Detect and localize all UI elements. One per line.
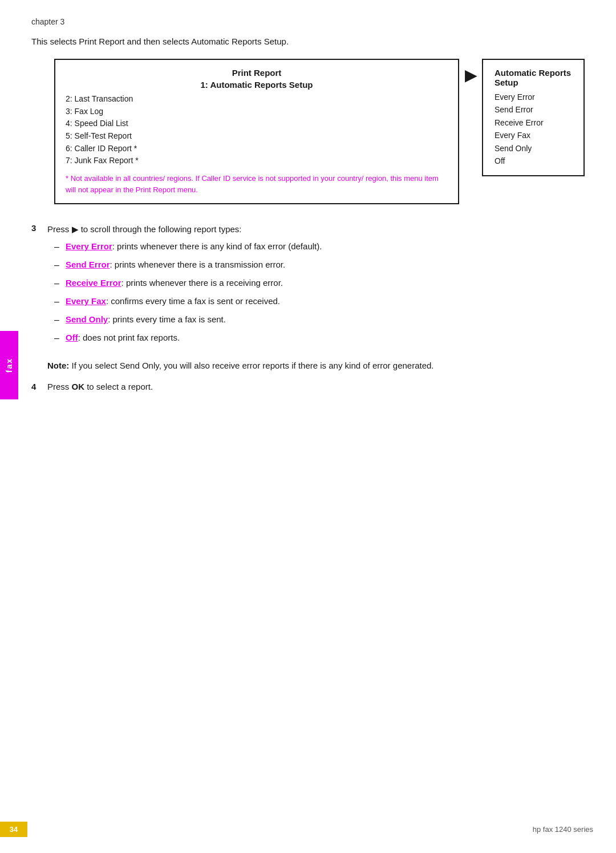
auto-reports-item-6: Off [495, 155, 572, 167]
chapter-header: chapter 3 [31, 17, 585, 26]
auto-reports-item-5: Send Only [495, 142, 572, 155]
auto-reports-item-3: Receive Error [495, 116, 572, 129]
dash-icon-1: – [54, 240, 66, 254]
bullet-every-fax-text: Every Fax: confirms every time a fax is … [66, 295, 585, 308]
off-rest: : does not print fax reports. [78, 333, 180, 342]
bullet-every-fax: – Every Fax: confirms every time a fax i… [54, 295, 585, 309]
print-report-item-4: 4: Speed Dial List [66, 118, 448, 130]
send-only-rest: : prints every time a fax is sent. [108, 314, 226, 324]
steps-section: 3 Press ▶ to scroll through the followin… [31, 223, 585, 391]
auto-reports-item-2: Send Error [495, 103, 572, 116]
footer-page-number: 34 [0, 822, 27, 837]
print-report-item-7: 7: Junk Fax Report * [66, 155, 448, 167]
print-report-item-6: 6: Caller ID Report * [66, 143, 448, 155]
diagram-section: Print Report 1: Automatic Reports Setup … [54, 59, 585, 204]
bullet-send-only-text: Send Only: prints every time a fax is se… [66, 313, 585, 326]
dash-icon-4: – [54, 295, 66, 309]
auto-reports-item-1: Every Error [495, 91, 572, 103]
step-3-number: 3 [31, 223, 47, 233]
dash-icon-3: – [54, 277, 66, 290]
step-3-content: Press ▶ to scroll through the following … [47, 223, 585, 350]
send-only-bold: Send Only [66, 314, 108, 324]
intro-text: This selects Print Report and then selec… [31, 37, 585, 46]
dash-icon-2: – [54, 258, 66, 272]
page: fax chapter 3 This selects Print Report … [0, 0, 616, 853]
side-tab-label: fax [5, 358, 14, 373]
dash-icon-5: – [54, 313, 66, 327]
note-box: Note: If you select Send Only, you will … [47, 359, 585, 372]
print-report-item-2: 2: Last Transaction [66, 93, 448, 106]
arrow-container: ▶ [465, 59, 476, 84]
step-4-content: Press OK to select a report. [47, 382, 153, 391]
bullet-every-error: – Every Error: prints whenever there is … [54, 240, 585, 254]
step-4: 4 Press OK to select a report. [31, 382, 585, 391]
auto-reports-item-4: Every Fax [495, 129, 572, 142]
step-3-intro: Press ▶ to scroll through the following … [47, 224, 242, 234]
step-3: 3 Press ▶ to scroll through the followin… [31, 223, 585, 350]
bullet-send-only: – Send Only: prints every time a fax is … [54, 313, 585, 327]
print-report-title: Print Report [66, 68, 448, 78]
print-report-item1: 1: Automatic Reports Setup [66, 80, 448, 90]
print-report-box: Print Report 1: Automatic Reports Setup … [54, 59, 459, 204]
dash-icon-6: – [54, 332, 66, 345]
every-fax-bold: Every Fax [66, 296, 106, 306]
bullet-send-error-text: Send Error: prints whenever there is a t… [66, 258, 585, 272]
main-content: chapter 3 This selects Print Report and … [31, 0, 585, 391]
footer-brand: hp fax 1240 series [533, 825, 593, 834]
send-error-bold: Send Error [66, 260, 110, 269]
send-error-rest: : prints whenever there is a transmissio… [110, 260, 286, 269]
step-4-text-after: to select a report. [84, 382, 153, 391]
bullet-send-error: – Send Error: prints whenever there is a… [54, 258, 585, 272]
off-bold: Off [66, 333, 78, 342]
print-report-item-5: 5: Self-Test Report [66, 130, 448, 143]
footer: 34 hp fax 1240 series [0, 822, 616, 837]
bullet-receive-error-text: Receive Error: prints whenever there is … [66, 277, 585, 290]
bullet-list: – Every Error: prints whenever there is … [54, 240, 585, 345]
print-report-item-3: 3: Fax Log [66, 106, 448, 118]
auto-reports-title: Automatic Reports Setup [495, 68, 572, 87]
print-report-note: * Not available in all countries/ region… [66, 173, 448, 195]
receive-error-rest: : prints whenever there is a receiving e… [121, 278, 283, 288]
every-fax-rest: : confirms every time a fax is sent or r… [106, 296, 280, 306]
bullet-off-text: Off: does not print fax reports. [66, 332, 585, 345]
bullet-off: – Off: does not print fax reports. [54, 332, 585, 345]
every-error-bold: Every Error [66, 241, 112, 251]
arrow-icon: ▶ [465, 67, 476, 84]
side-tab: fax [0, 331, 18, 399]
every-error-rest: : prints whenever there is any kind of f… [112, 241, 322, 251]
step-4-ok: OK [72, 382, 85, 391]
bullet-receive-error: – Receive Error: prints whenever there i… [54, 277, 585, 290]
step-4-text-before: Press [47, 382, 72, 391]
note-text: If you select Send Only, you will also r… [69, 361, 433, 370]
auto-reports-box: Automatic Reports Setup Every Error Send… [482, 59, 585, 176]
note-label: Note: [47, 361, 69, 370]
bullet-every-error-text: Every Error: prints whenever there is an… [66, 240, 585, 253]
step-4-number: 4 [31, 382, 47, 391]
receive-error-bold: Receive Error [66, 278, 121, 288]
